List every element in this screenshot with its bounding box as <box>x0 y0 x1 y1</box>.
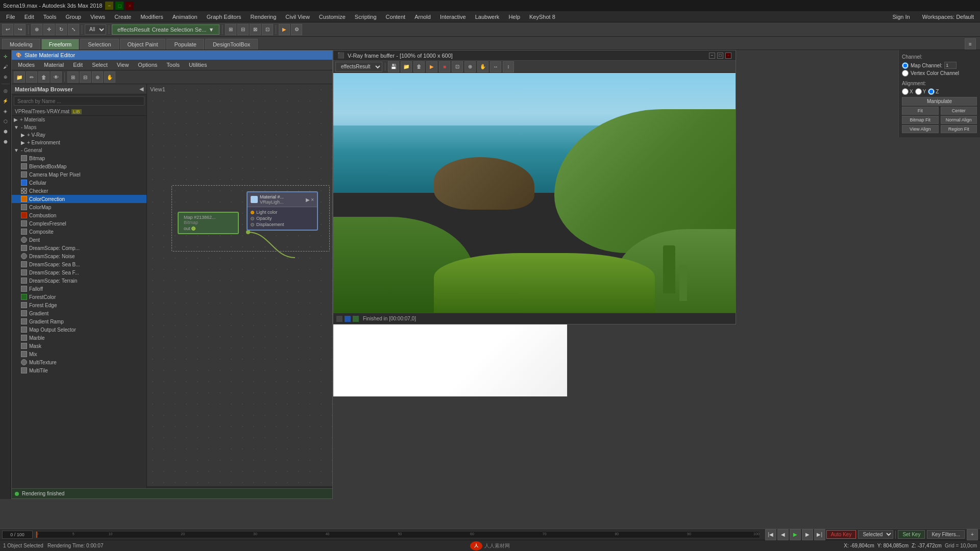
slate-zoom-btn[interactable]: ⊕ <box>92 71 103 83</box>
tab-modeling[interactable]: Modeling <box>2 39 40 49</box>
list-item-cellular[interactable]: Cellular <box>12 179 146 187</box>
play-btn[interactable]: ▶ <box>790 529 801 540</box>
tab-expand-btn[interactable]: ≡ <box>965 38 976 49</box>
window-controls[interactable]: − □ × <box>105 2 134 10</box>
vray-maximize-btn[interactable]: □ <box>717 53 723 59</box>
frame-counter[interactable]: 0 / 100 <box>2 531 33 539</box>
sign-in-btn[interactable]: Sign In <box>888 13 914 21</box>
menu-keyshot[interactable]: KeyShot 8 <box>525 13 559 21</box>
sidebar-btn-5[interactable]: ⚡ <box>1 96 10 106</box>
auto-key-btn[interactable]: Auto Key <box>826 530 856 539</box>
y-radio[interactable] <box>915 88 922 95</box>
list-item-dreamscape-comp[interactable]: DreamScape: Comp... <box>12 244 146 252</box>
rotate-btn[interactable]: ↻ <box>56 24 67 35</box>
maps-section[interactable]: ▼ - Maps <box>12 123 146 131</box>
vray-close-btn[interactable]: × <box>725 53 731 59</box>
workspaces-btn[interactable]: Workspaces: Default <box>918 13 978 21</box>
maximize-btn[interactable]: □ <box>115 2 124 10</box>
list-item-forestedge[interactable]: Forest Edge <box>12 301 146 309</box>
array-btn[interactable]: ⊡ <box>262 24 273 35</box>
sidebar-btn-9[interactable]: ⬣ <box>1 137 10 146</box>
menu-graph-editors[interactable]: Graph Editors <box>203 13 246 21</box>
sidebar-btn-3[interactable]: ⊕ <box>1 72 10 82</box>
list-item-forestcolor[interactable]: ForestColor <box>12 293 146 301</box>
vray-region-btn[interactable]: ⊡ <box>452 61 463 72</box>
general-section[interactable]: ▼ - General <box>12 146 146 154</box>
materials-section[interactable]: ▶ + Materials <box>12 116 146 123</box>
list-item-colorcorrection[interactable]: ColorCorrection <box>12 195 146 203</box>
vray-stop-btn[interactable]: ■ <box>439 61 450 72</box>
slate-open-btn[interactable]: 📁 <box>14 71 25 83</box>
vertex-color-radio[interactable] <box>902 70 909 77</box>
menu-laubwerk[interactable]: Laubwerk <box>471 13 504 21</box>
list-item-blendedboxmap[interactable]: BlendedBoxMap <box>12 162 146 170</box>
slate-menu-utilities[interactable]: Utilities <box>185 61 211 69</box>
sidebar-btn-8[interactable]: ⬢ <box>1 127 10 136</box>
vray-pan-btn[interactable]: ✋ <box>477 61 488 72</box>
list-item-gradient[interactable]: Gradient <box>12 309 146 317</box>
slate-pan-btn[interactable]: ✋ <box>104 71 115 83</box>
maps-vray-item[interactable]: ▶ + V-Ray <box>12 131 146 139</box>
select-mode-btn[interactable]: ✛ <box>1 52 10 61</box>
graph-resize-handle[interactable] <box>147 486 332 488</box>
material-node[interactable]: Material #... VRayLigh... ▶ × Light colo… <box>247 191 318 231</box>
node-graph-view[interactable]: View1 Map #213862... Bitmap out <box>147 84 332 488</box>
list-item-falloff[interactable]: Falloff <box>12 285 146 293</box>
menu-tools[interactable]: Tools <box>39 13 61 21</box>
list-item-dreamscape-terrain[interactable]: DreamScape: Terrain <box>12 277 146 285</box>
list-item-map-output[interactable]: Map Output Selector <box>12 325 146 334</box>
list-item-complexfresnel[interactable]: ComplexFresnel <box>12 219 146 228</box>
slate-delete-btn[interactable]: 🗑 <box>38 71 50 83</box>
vray-load-btn[interactable]: 📁 <box>401 61 412 72</box>
slate-menu-options[interactable]: Options <box>134 61 161 69</box>
material-node-close[interactable]: × <box>311 197 314 203</box>
render-btn[interactable]: ▶ <box>279 24 290 35</box>
vray-flip-v-btn[interactable]: ↕ <box>503 61 514 72</box>
list-item-cameraperpixel[interactable]: Camera Map Per Pixel <box>12 170 146 179</box>
next-frame-btn[interactable]: ▶ <box>802 529 813 540</box>
slate-menu-select[interactable]: Select <box>88 61 112 69</box>
map-channel-input[interactable] <box>944 62 957 69</box>
menu-scripting[interactable]: Scripting <box>351 13 381 21</box>
prev-frame-btn[interactable]: ◀ <box>777 529 789 540</box>
x-radio[interactable] <box>902 88 909 95</box>
list-item-multitile[interactable]: MultiTile <box>12 366 146 374</box>
search-input[interactable] <box>14 96 144 106</box>
slate-menu-view[interactable]: View <box>113 61 133 69</box>
selected-dropdown[interactable]: Selected <box>858 530 893 539</box>
slate-view-btn[interactable]: 👁 <box>51 71 62 83</box>
selection-filter[interactable]: All <box>85 24 106 35</box>
close-btn[interactable]: × <box>126 2 134 10</box>
list-item-checker[interactable]: Checker <box>12 187 146 195</box>
menu-views[interactable]: Views <box>86 13 109 21</box>
mirror-btn[interactable]: ⊠ <box>250 24 261 35</box>
map-channel-radio[interactable] <box>902 62 909 69</box>
menu-create[interactable]: Create <box>110 13 135 21</box>
list-item-marble[interactable]: Marble <box>12 334 146 342</box>
vray-minimize-btn[interactable]: − <box>709 53 715 59</box>
list-item-mix[interactable]: Mix <box>12 350 146 358</box>
scale-btn[interactable]: ⤡ <box>68 24 79 35</box>
menu-animation[interactable]: Animation <box>168 13 202 21</box>
menu-customize[interactable]: Customize <box>315 13 350 21</box>
paint-btn[interactable]: 🖌 <box>1 62 10 71</box>
fit-btn[interactable]: Fit <box>902 107 939 115</box>
list-item-dent[interactable]: Dent <box>12 236 146 244</box>
list-item-dreamscape-seab[interactable]: DreamScape: Sea B... <box>12 260 146 268</box>
list-item-combustion[interactable]: Combustion <box>12 211 146 219</box>
normal-align-btn[interactable]: Normal Align <box>941 116 977 124</box>
maps-env-item[interactable]: ▶ + Environment <box>12 139 146 146</box>
view-align-btn[interactable]: View Align <box>902 125 939 133</box>
list-item-dreamscape-seaf[interactable]: DreamScape: Sea F... <box>12 268 146 277</box>
vray-save-btn[interactable]: 💾 <box>388 61 399 72</box>
select-btn[interactable]: ⊕ <box>31 24 42 35</box>
opacity-port[interactable] <box>251 217 254 220</box>
tab-designtoolbox[interactable]: DesignToolBox <box>205 39 258 49</box>
create-selection-btn[interactable]: effectsResult Create Selection Se... ▼ <box>112 24 219 35</box>
list-item-composite[interactable]: Composite <box>12 228 146 236</box>
z-radio[interactable] <box>928 88 935 95</box>
tab-populate[interactable]: Populate <box>166 39 204 49</box>
menu-file[interactable]: File <box>2 13 19 21</box>
menu-content[interactable]: Content <box>382 13 410 21</box>
menu-modifiers[interactable]: Modifiers <box>136 13 167 21</box>
